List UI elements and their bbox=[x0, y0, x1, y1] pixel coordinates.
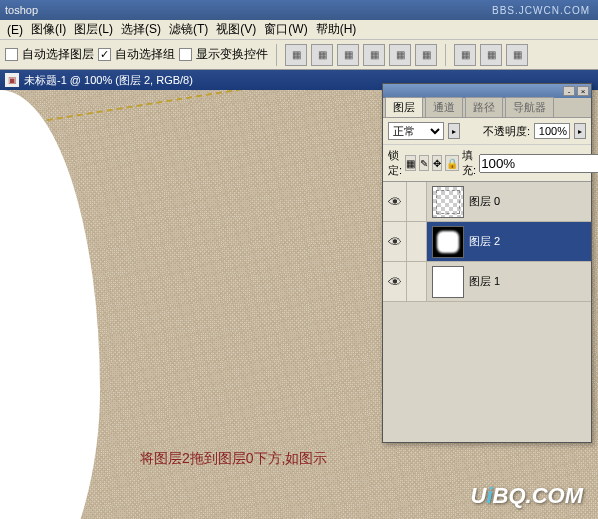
fill-input[interactable] bbox=[479, 154, 598, 173]
menu-window[interactable]: 窗口(W) bbox=[260, 21, 311, 38]
distribute-icon-1[interactable]: ▦ bbox=[454, 44, 476, 66]
menu-filter[interactable]: 滤镜(T) bbox=[165, 21, 212, 38]
tab-navigator[interactable]: 导航器 bbox=[505, 97, 554, 117]
layers-panel: - × 图层 通道 路径 导航器 正常 ▸ 不透明度: ▸ 锁定: ▦ ✎ ✥ … bbox=[382, 83, 592, 443]
menu-image[interactable]: 图像(I) bbox=[27, 21, 70, 38]
site-watermark: UiBQ.CoM bbox=[471, 483, 583, 509]
options-bar: 自动选择图层 自动选择组 显示变换控件 ▦ ▦ ▦ ▦ ▦ ▦ ▦ ▦ ▦ bbox=[0, 40, 598, 70]
align-bottom-icon[interactable]: ▦ bbox=[337, 44, 359, 66]
tab-layers[interactable]: 图层 bbox=[385, 97, 423, 117]
visibility-toggle[interactable]: 👁 bbox=[383, 222, 407, 261]
watermark-u: U bbox=[471, 483, 487, 508]
align-left-icon[interactable]: ▦ bbox=[363, 44, 385, 66]
blend-mode-arrow-icon[interactable]: ▸ bbox=[448, 123, 460, 139]
watermark-rest: BQ.CoM bbox=[493, 483, 583, 508]
layer-thumbnail[interactable] bbox=[432, 226, 464, 258]
menu-select[interactable]: 选择(S) bbox=[117, 21, 165, 38]
distribute-icon-2[interactable]: ▦ bbox=[480, 44, 502, 66]
layer-item-2[interactable]: 👁 图层 2 bbox=[383, 222, 591, 262]
align-top-icon[interactable]: ▦ bbox=[285, 44, 307, 66]
show-transform-checkbox[interactable] bbox=[179, 48, 192, 61]
link-toggle[interactable] bbox=[407, 182, 427, 221]
visibility-toggle[interactable]: 👁 bbox=[383, 182, 407, 221]
opacity-arrow-icon[interactable]: ▸ bbox=[574, 123, 586, 139]
auto-select-layer-label: 自动选择图层 bbox=[22, 46, 94, 63]
fill-label: 填充: bbox=[462, 148, 476, 178]
layer-thumbnail[interactable] bbox=[432, 266, 464, 298]
tab-paths[interactable]: 路径 bbox=[465, 97, 503, 117]
opacity-input[interactable] bbox=[534, 123, 570, 139]
lock-position-icon[interactable]: ✥ bbox=[432, 155, 442, 171]
eye-icon: 👁 bbox=[388, 234, 402, 250]
bbs-watermark: BBS.JCWCN.COM bbox=[492, 5, 590, 16]
layer-thumbnail[interactable] bbox=[432, 186, 464, 218]
eye-icon: 👁 bbox=[388, 194, 402, 210]
blend-opacity-row: 正常 ▸ 不透明度: ▸ bbox=[383, 118, 591, 145]
menu-view[interactable]: 视图(V) bbox=[212, 21, 260, 38]
link-toggle[interactable] bbox=[407, 262, 427, 301]
auto-select-group-label: 自动选择组 bbox=[115, 46, 175, 63]
app-name: toshop bbox=[5, 4, 38, 16]
layer-name: 图层 0 bbox=[469, 194, 500, 209]
app-title-bar: toshop BBS.JCWCN.COM bbox=[0, 0, 598, 20]
visibility-toggle[interactable]: 👁 bbox=[383, 262, 407, 301]
show-transform-label: 显示变换控件 bbox=[196, 46, 268, 63]
auto-select-group-checkbox[interactable] bbox=[98, 48, 111, 61]
opacity-label: 不透明度: bbox=[483, 124, 530, 139]
menu-layer[interactable]: 图层(L) bbox=[70, 21, 117, 38]
lock-all-icon[interactable]: 🔒 bbox=[445, 155, 459, 171]
panel-minimize-icon[interactable]: - bbox=[563, 86, 575, 96]
layer-name: 图层 2 bbox=[469, 234, 500, 249]
layers-list: 👁 图层 0 👁 图层 2 👁 图层 1 bbox=[383, 182, 591, 442]
document-title: 未标题-1 @ 100% (图层 2, RGB/8) bbox=[24, 73, 193, 88]
instruction-text: 将图层2拖到图层0下方,如图示 bbox=[140, 450, 327, 468]
document-icon: ▣ bbox=[5, 73, 19, 87]
auto-select-layer-checkbox[interactable] bbox=[5, 48, 18, 61]
menu-help[interactable]: 帮助(H) bbox=[312, 21, 361, 38]
lock-pixels-icon[interactable]: ✎ bbox=[419, 155, 429, 171]
lock-transparency-icon[interactable]: ▦ bbox=[405, 155, 416, 171]
separator bbox=[276, 44, 277, 66]
lock-fill-row: 锁定: ▦ ✎ ✥ 🔒 填充: ▸ bbox=[383, 145, 591, 182]
link-toggle[interactable] bbox=[407, 222, 427, 261]
separator bbox=[445, 44, 446, 66]
align-right-icon[interactable]: ▦ bbox=[415, 44, 437, 66]
panel-tabs: 图层 通道 路径 导航器 bbox=[383, 98, 591, 118]
panel-close-icon[interactable]: × bbox=[577, 86, 589, 96]
align-vcenter-icon[interactable]: ▦ bbox=[311, 44, 333, 66]
menu-bar: (E) 图像(I) 图层(L) 选择(S) 滤镜(T) 视图(V) 窗口(W) … bbox=[0, 20, 598, 40]
tab-channels[interactable]: 通道 bbox=[425, 97, 463, 117]
layer-name: 图层 1 bbox=[469, 274, 500, 289]
eye-icon: 👁 bbox=[388, 274, 402, 290]
distribute-icon-3[interactable]: ▦ bbox=[506, 44, 528, 66]
panel-title-bar[interactable]: - × bbox=[383, 84, 591, 98]
layer-item-1[interactable]: 👁 图层 1 bbox=[383, 262, 591, 302]
align-hcenter-icon[interactable]: ▦ bbox=[389, 44, 411, 66]
menu-edit[interactable]: (E) bbox=[3, 23, 27, 37]
lock-label: 锁定: bbox=[388, 148, 402, 178]
blend-mode-select[interactable]: 正常 bbox=[388, 122, 444, 140]
layer-item-0[interactable]: 👁 图层 0 bbox=[383, 182, 591, 222]
